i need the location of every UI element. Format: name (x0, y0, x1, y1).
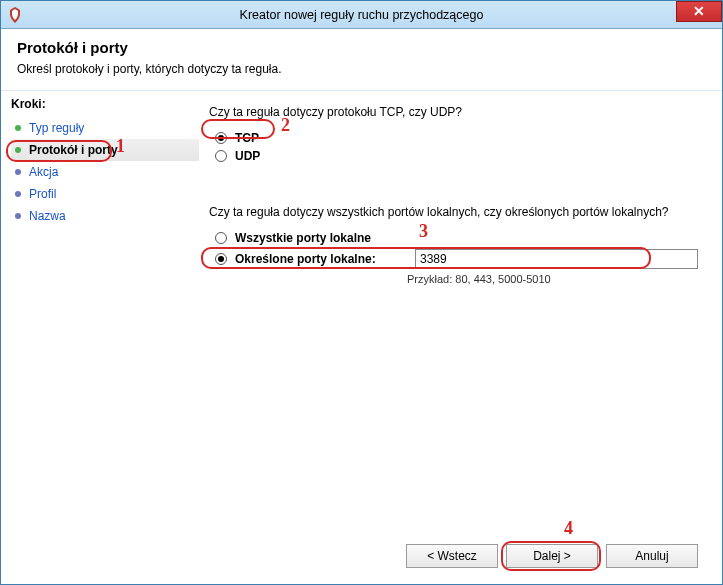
radio-icon[interactable] (215, 253, 227, 265)
bullet-icon (15, 125, 21, 131)
cancel-button[interactable]: Anuluj (606, 544, 698, 568)
step-rule-type[interactable]: Typ reguły (11, 117, 199, 139)
step-label: Protokół i porty (29, 143, 118, 157)
bullet-icon (15, 147, 21, 153)
radio-specific-ports-row: Określone porty lokalne: (215, 249, 698, 269)
wizard-main: Czy ta reguła dotyczy protokołu TCP, czy… (199, 91, 722, 585)
bullet-icon (15, 213, 21, 219)
close-button[interactable]: ✕ (676, 1, 722, 22)
wizard-header: Protokół i porty Określ protokoły i port… (1, 29, 722, 91)
window-title: Kreator nowej reguły ruchu przychodząceg… (1, 8, 722, 22)
step-profile[interactable]: Profil (11, 183, 199, 205)
back-button[interactable]: < Wstecz (406, 544, 498, 568)
step-protocol-ports[interactable]: Protokół i porty (11, 139, 199, 161)
radio-label: TCP (235, 131, 259, 145)
port-hint: Przykład: 80, 443, 5000-5010 (407, 273, 698, 285)
step-action[interactable]: Akcja (11, 161, 199, 183)
radio-label: Wszystkie porty lokalne (235, 231, 371, 245)
page-title: Protokół i porty (17, 39, 706, 56)
port-input[interactable] (415, 249, 698, 269)
step-label: Typ reguły (29, 121, 84, 135)
radio-label: UDP (235, 149, 260, 163)
radio-icon (215, 132, 227, 144)
radio-tcp[interactable]: TCP (215, 131, 698, 145)
titlebar: Kreator nowej reguły ruchu przychodząceg… (1, 1, 722, 29)
step-label: Nazwa (29, 209, 66, 223)
step-name[interactable]: Nazwa (11, 205, 199, 227)
steps-label: Kroki: (11, 97, 199, 111)
bullet-icon (15, 191, 21, 197)
step-label: Profil (29, 187, 56, 201)
radio-udp[interactable]: UDP (215, 149, 698, 163)
bullet-icon (15, 169, 21, 175)
next-button[interactable]: Dalej > (506, 544, 598, 568)
radio-all-ports[interactable]: Wszystkie porty lokalne (215, 231, 698, 245)
wizard-buttons: < Wstecz Dalej > Anuluj (406, 544, 698, 568)
radio-icon (215, 232, 227, 244)
radio-icon (215, 150, 227, 162)
step-label: Akcja (29, 165, 58, 179)
question-protocol: Czy ta reguła dotyczy protokołu TCP, czy… (209, 105, 698, 119)
page-subtitle: Określ protokoły i porty, których dotycz… (17, 62, 706, 76)
question-ports: Czy ta reguła dotyczy wszystkich portów … (209, 205, 698, 219)
app-icon (7, 7, 23, 23)
radio-label[interactable]: Określone porty lokalne: (235, 252, 407, 266)
steps-sidebar: Kroki: Typ reguły Protokół i porty Akcja… (1, 91, 199, 585)
